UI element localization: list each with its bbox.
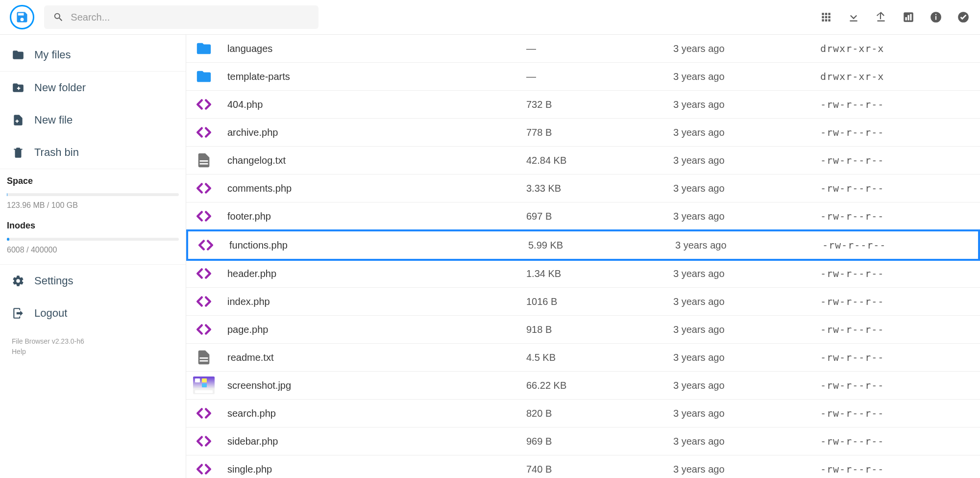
file-icon-wrap (193, 151, 215, 169)
search-input[interactable] (71, 12, 310, 23)
file-date: 3 years ago (673, 296, 820, 307)
grid-icon (820, 11, 833, 24)
file-date: 3 years ago (673, 408, 820, 419)
file-name: index.php (227, 296, 526, 307)
file-icon-wrap (193, 179, 215, 197)
file-row[interactable]: template-parts—3 years agodrwxr-xr-x (186, 63, 980, 91)
file-name: readme.txt (227, 352, 526, 363)
file-row[interactable]: 404.php732 B3 years ago-rw-r--r-- (186, 91, 980, 119)
file-row[interactable]: header.php1.34 KB3 years ago-rw-r--r-- (186, 260, 980, 288)
folder-icon (196, 40, 212, 57)
file-icon-wrap (193, 293, 215, 310)
file-date: 3 years ago (673, 155, 820, 166)
file-size: 918 B (526, 324, 673, 335)
file-date: 3 years ago (673, 211, 820, 222)
new-folder-icon (12, 81, 24, 94)
file-date: 3 years ago (673, 183, 820, 194)
file-permissions: -rw-r--r-- (820, 435, 973, 447)
file-name: search.php (227, 408, 526, 419)
topbar-actions (819, 10, 970, 24)
file-row[interactable]: page.php918 B3 years ago-rw-r--r-- (186, 316, 980, 344)
file-icon-wrap (193, 377, 215, 394)
code-icon (196, 180, 212, 197)
download-button[interactable] (847, 10, 860, 24)
code-icon (196, 293, 212, 310)
file-permissions: drwxr-xr-x (820, 71, 973, 82)
file-icon-wrap (193, 265, 215, 282)
info-button[interactable] (929, 10, 943, 24)
code-icon (196, 405, 212, 422)
folder-icon (196, 68, 212, 85)
file-row[interactable]: sidebar.php969 B3 years ago-rw-r--r-- (186, 428, 980, 455)
sidebar-item-label: New folder (34, 81, 86, 94)
version-text: File Browser v2.23.0-h6 (12, 336, 174, 347)
sidebar-item-new-folder[interactable]: New folder (0, 72, 186, 104)
upload-icon (875, 11, 887, 24)
file-row[interactable]: footer.php697 B3 years ago-rw-r--r-- (186, 202, 980, 230)
file-icon-wrap (193, 96, 215, 113)
file-permissions: -rw-r--r-- (820, 407, 973, 419)
file-row[interactable]: readme.txt4.5 KB3 years ago-rw-r--r-- (186, 344, 980, 372)
chart-icon (902, 11, 915, 24)
sidebar-item-label: New file (34, 114, 73, 126)
code-icon (196, 433, 212, 450)
disk-icon (15, 10, 29, 24)
file-name: comments.php (227, 183, 526, 194)
file-name: changelog.txt (227, 155, 526, 166)
search-box[interactable] (44, 5, 318, 29)
file-date: 3 years ago (673, 380, 820, 391)
file-permissions: -rw-r--r-- (820, 352, 973, 363)
grid-view-button[interactable] (819, 10, 833, 24)
space-text: 123.96 MB / 100 GB (7, 201, 179, 210)
file-size: 5.99 KB (528, 240, 675, 251)
code-icon (196, 265, 212, 282)
file-size: — (526, 43, 673, 54)
file-permissions: -rw-r--r-- (820, 379, 973, 391)
file-row[interactable]: changelog.txt42.84 KB3 years ago-rw-r--r… (186, 147, 980, 175)
sidebar: My files New folder New file Trash bin S… (0, 35, 186, 478)
file-row[interactable]: single.php740 B3 years ago-rw-r--r-- (186, 455, 980, 478)
file-name: footer.php (227, 211, 526, 222)
file-size: 732 B (526, 99, 673, 110)
file-icon-wrap (193, 404, 215, 422)
file-permissions: drwxr-xr-x (820, 43, 973, 54)
file-permissions: -rw-r--r-- (820, 210, 973, 222)
folder-icon (12, 49, 24, 61)
file-name: languages (227, 43, 526, 54)
file-date: 3 years ago (673, 464, 820, 475)
inodes-usage: Inodes 6008 / 400000 (0, 214, 186, 265)
file-icon-wrap (193, 68, 215, 85)
sidebar-item-my-files[interactable]: My files (0, 39, 186, 72)
file-name: functions.php (229, 240, 528, 251)
file-row[interactable]: languages—3 years agodrwxr-xr-x (186, 35, 980, 63)
file-size: 42.84 KB (526, 155, 673, 166)
sidebar-item-label: Logout (34, 307, 67, 320)
file-row[interactable]: comments.php3.33 KB3 years ago-rw-r--r-- (186, 175, 980, 202)
file-row[interactable]: screenshot.jpg66.22 KB3 years ago-rw-r--… (186, 372, 980, 400)
file-row[interactable]: functions.php5.99 KB3 years ago-rw-r--r-… (186, 229, 980, 261)
trash-icon (12, 146, 24, 159)
file-permissions: -rw-r--r-- (822, 239, 971, 251)
file-size: 66.22 KB (526, 380, 673, 391)
sidebar-item-trash[interactable]: Trash bin (0, 136, 186, 169)
file-size: 969 B (526, 436, 673, 447)
file-icon-wrap (193, 321, 215, 338)
file-row[interactable]: search.php820 B3 years ago-rw-r--r-- (186, 400, 980, 428)
file-icon-wrap (193, 207, 215, 225)
sidebar-footer: File Browser v2.23.0-h6 Help (0, 329, 186, 369)
sidebar-item-new-file[interactable]: New file (0, 104, 186, 136)
sidebar-item-label: Settings (34, 275, 74, 287)
file-date: 3 years ago (673, 127, 820, 138)
sidebar-item-settings[interactable]: Settings (0, 265, 186, 297)
help-link[interactable]: Help (12, 347, 174, 357)
app-logo[interactable] (10, 5, 34, 29)
file-row[interactable]: index.php1016 B3 years ago-rw-r--r-- (186, 288, 980, 316)
stats-button[interactable] (902, 10, 915, 24)
upload-button[interactable] (874, 10, 888, 24)
select-all-button[interactable] (956, 10, 970, 24)
file-row[interactable]: archive.php778 B3 years ago-rw-r--r-- (186, 119, 980, 147)
code-icon (196, 124, 212, 141)
code-icon (196, 96, 212, 113)
sidebar-item-logout[interactable]: Logout (0, 297, 186, 329)
download-icon (847, 11, 860, 24)
